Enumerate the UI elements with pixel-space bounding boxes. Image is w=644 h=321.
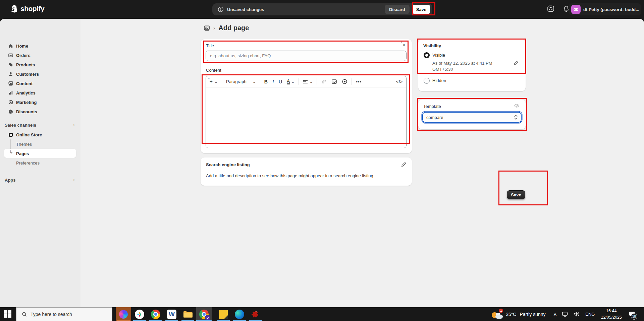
tray-condition[interactable]: Partly sunny — [520, 312, 545, 317]
breadcrumb: › Add page — [204, 24, 249, 32]
assistant-face-icon[interactable] — [547, 5, 555, 13]
taskbar-app-chrome-profile[interactable]: D — [196, 307, 212, 321]
sidebar-item-orders[interactable]: Orders — [0, 51, 80, 60]
title-input[interactable] — [206, 51, 407, 61]
windows-taskbar: Type here to search W D — [0, 307, 644, 321]
sidebar-item-preferences[interactable]: Preferences — [0, 158, 80, 168]
tray-time: 16:44 — [601, 308, 622, 314]
code-view-button[interactable]: </> — [396, 79, 403, 84]
topbar-save-button[interactable]: Save — [412, 5, 430, 14]
page-title: Add page — [218, 24, 249, 32]
bold-button[interactable]: B — [264, 79, 268, 84]
avatar: db — [571, 5, 581, 14]
pages-breadcrumb-icon[interactable] — [204, 25, 210, 31]
title-label: Title — [206, 43, 214, 48]
volume-icon[interactable] — [573, 311, 580, 317]
seo-heading: Search engine listing — [206, 162, 250, 167]
view-eye-icon[interactable] — [514, 103, 520, 109]
taskbar-app-copilot[interactable] — [116, 307, 131, 321]
visible-label: Visible — [432, 53, 445, 58]
tray-clock[interactable]: 16:44 12/05/2025 — [601, 308, 622, 320]
floating-save-button[interactable]: Save — [507, 190, 525, 199]
magic-sparkle-icon[interactable]: ✧ ✦ — [402, 43, 406, 48]
sales-channels-header[interactable]: Sales channels — [5, 123, 36, 128]
sidebar-item-customers[interactable]: Customers — [0, 69, 80, 79]
sidebar-item-content[interactable]: Content — [0, 79, 80, 88]
tray-language[interactable]: ENG — [585, 312, 595, 317]
sidebar-item-discounts[interactable]: Discounts — [0, 107, 80, 116]
search-placeholder: Type here to search — [31, 312, 72, 317]
sidebar-item-analytics[interactable]: Analytics — [0, 88, 80, 98]
editor-magic-button[interactable]: ✧✦ ⌄ — [209, 79, 218, 84]
sidebar-item-products[interactable]: Products — [0, 60, 80, 69]
toolbar-divider — [299, 78, 299, 85]
visibility-schedule-line1: As of May 12, 2025 at 4:41 PM — [432, 60, 492, 66]
discounts-icon — [8, 109, 13, 114]
sidebar-item-label: Products — [16, 62, 35, 67]
alignment-dropdown[interactable]: ⌄ — [303, 79, 313, 84]
seo-body: Add a title and description to see how t… — [206, 173, 404, 178]
search-icon — [22, 312, 27, 317]
editor-toolbar: ✧✦ ⌄ Paragraph ⌄ B I U A ⌄ — [206, 76, 406, 87]
notification-count-badge: 38 — [631, 313, 637, 320]
customers-icon — [8, 71, 13, 77]
screen: shopify Unsaved changes Discard Save db … — [0, 0, 644, 321]
edit-pencil-icon[interactable] — [514, 60, 519, 65]
title-content-card: Title ✧ ✦ Content ✧✦ ⌄ Paragraph ⌄ B — [201, 39, 412, 153]
start-button[interactable] — [4, 310, 12, 318]
tray-temperature[interactable]: 35°C — [506, 312, 516, 317]
visible-radio[interactable] — [424, 52, 430, 58]
discard-button[interactable]: Discard — [385, 5, 410, 14]
network-icon[interactable] — [562, 311, 569, 317]
taskbar-app-file-explorer[interactable] — [180, 307, 196, 321]
tray-overflow-caret-icon[interactable]: ^ — [554, 312, 557, 318]
more-options-button[interactable]: ••• — [356, 79, 362, 84]
weather-icon[interactable]: 1 — [492, 309, 503, 319]
italic-button[interactable]: I — [272, 79, 274, 84]
visibility-heading: Visibility — [423, 43, 441, 48]
taskbar-search[interactable]: Type here to search — [16, 307, 112, 321]
sidebar-item-home[interactable]: Home — [0, 41, 80, 51]
content-icon — [8, 81, 13, 86]
rich-text-editor[interactable]: ✧✦ ⌄ Paragraph ⌄ B I U A ⌄ — [206, 76, 407, 148]
chevron-down-icon: ⌄ — [214, 79, 218, 84]
taskbar-app-sticky-notes[interactable] — [216, 307, 231, 321]
shopify-logo[interactable]: shopify — [10, 4, 44, 13]
toolbar-divider — [222, 78, 222, 85]
chevron-down-icon: ⌄ — [291, 79, 294, 84]
template-select[interactable]: compare — [422, 112, 522, 123]
account-menu[interactable]: db dt Petty (password: budd... — [569, 3, 641, 15]
action-center-icon[interactable]: 38 — [629, 311, 635, 317]
hidden-radio[interactable] — [424, 78, 430, 84]
taskbar-app-edge[interactable] — [232, 307, 247, 321]
sidebar-item-label: Marketing — [16, 100, 37, 105]
insert-image-icon[interactable] — [331, 79, 337, 84]
taskbar-app-word[interactable]: W — [164, 307, 179, 321]
account-name: dt Petty (password: budd... — [583, 7, 639, 12]
sidebar-item-pages[interactable]: Pages — [0, 149, 80, 158]
sidebar-item-marketing[interactable]: Marketing — [0, 98, 80, 107]
chevron-right-icon[interactable]: › — [73, 122, 75, 127]
insert-video-icon[interactable] — [342, 79, 347, 84]
apps-header[interactable]: Apps — [5, 178, 16, 183]
text-color-button[interactable]: A ⌄ — [287, 79, 294, 84]
sidebar-item-online-store[interactable]: Online Store — [0, 130, 80, 139]
paragraph-style-dropdown[interactable]: Paragraph ⌄ — [226, 79, 256, 84]
chevron-right-icon[interactable]: › — [73, 177, 75, 182]
content-label: Content — [206, 68, 221, 73]
taskbar-app-chrome[interactable] — [148, 307, 163, 321]
chevron-down-icon: ⌄ — [253, 79, 256, 84]
chevron-down-icon: ⌄ — [309, 79, 313, 84]
align-left-icon — [303, 80, 308, 84]
sidebar-item-themes[interactable]: Themes — [0, 139, 80, 149]
underline-button[interactable]: U — [279, 79, 282, 84]
template-heading: Template — [423, 104, 441, 109]
weather-badge: 1 — [499, 309, 503, 313]
insert-link-icon[interactable] — [321, 79, 327, 84]
taskbar-app-red-creature[interactable] — [248, 307, 263, 321]
editor-content-area[interactable] — [206, 87, 406, 148]
chrome-profile-badge: D — [205, 315, 210, 320]
taskbar-app-slack[interactable] — [132, 307, 147, 321]
edit-pencil-icon[interactable] — [401, 162, 407, 167]
topbar: shopify Unsaved changes Discard Save db … — [0, 0, 644, 19]
